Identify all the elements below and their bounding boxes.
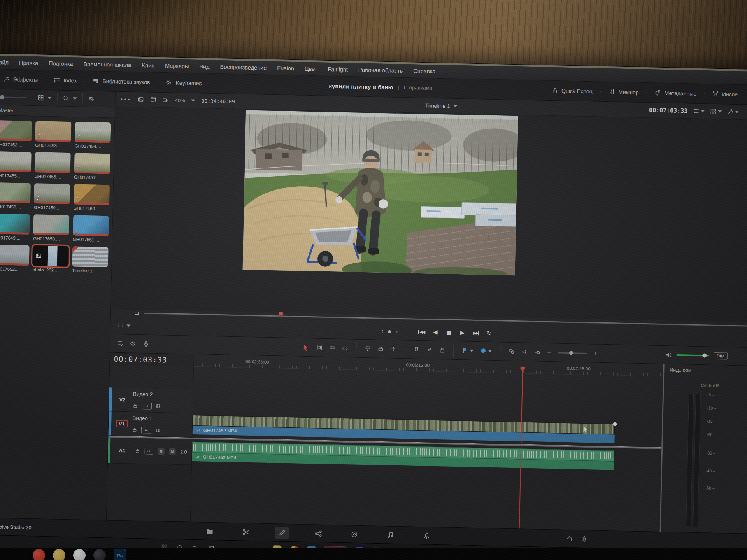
- media-clip[interactable]: ♪ GH017651....: [73, 215, 109, 242]
- loop-button[interactable]: ↻: [487, 330, 492, 337]
- timeline-selector[interactable]: Timeline 1: [425, 102, 457, 109]
- metadata-button[interactable]: Метаданные: [648, 89, 703, 97]
- chevron-down-icon[interactable]: [48, 97, 52, 99]
- media-clip[interactable]: ♪ GH017458....: [0, 182, 31, 210]
- thumbnail-size-slider[interactable]: [0, 96, 26, 98]
- replace-clip-icon[interactable]: [390, 346, 396, 352]
- menu-view[interactable]: Вид: [199, 63, 210, 70]
- media-clip[interactable]: ♪ GH017652....: [0, 245, 30, 272]
- grid-mode-dropdown[interactable]: [710, 108, 722, 115]
- media-page-button[interactable]: [202, 525, 217, 537]
- media-clip[interactable]: ♪ GH017456....: [35, 152, 71, 179]
- auto-select-icon[interactable]: ↔: [141, 427, 151, 434]
- auto-select-icon[interactable]: ↔: [142, 402, 152, 410]
- cut-page-button[interactable]: [238, 526, 253, 538]
- go-to-start-button[interactable]: ◀◀: [419, 329, 424, 334]
- quick-export-button[interactable]: Quick Export: [545, 88, 599, 95]
- lock-icon[interactable]: [132, 427, 137, 432]
- dual-view-icon[interactable]: [162, 97, 168, 103]
- track-v2-header[interactable]: V2 Видео 2 ↔: [109, 387, 193, 413]
- monitor-volume-slider[interactable]: [676, 354, 709, 357]
- auto-select-icon[interactable]: ↔: [144, 448, 153, 454]
- track-v1-name[interactable]: Видео 1: [132, 412, 193, 425]
- trim-edit-tool-icon[interactable]: [316, 344, 323, 350]
- transform-tool-dropdown[interactable]: [117, 322, 130, 329]
- track-v1-number[interactable]: V1: [111, 412, 133, 436]
- film-icon[interactable]: [156, 404, 161, 409]
- dock-app-icon[interactable]: [53, 549, 65, 560]
- lock-icon[interactable]: [135, 448, 140, 453]
- zoom-in-icon[interactable]: +: [593, 350, 598, 356]
- lock-icon[interactable]: [133, 403, 138, 408]
- menu-help[interactable]: Справка: [413, 68, 435, 75]
- jog-control[interactable]: ‹ ● ›: [381, 327, 398, 335]
- sound-library-button[interactable]: Библиотека звуков: [86, 78, 156, 86]
- menu-fairlight[interactable]: Fairlight: [328, 66, 348, 73]
- dock-browser-icon[interactable]: [33, 549, 45, 560]
- marker-dropdown[interactable]: [480, 348, 492, 354]
- media-clip[interactable]: GH017452....: [0, 120, 32, 147]
- dock-app-icon[interactable]: [73, 549, 86, 560]
- film-icon[interactable]: [155, 428, 160, 433]
- timeline-clip[interactable]: Timeline 1: [72, 246, 108, 273]
- effects-button[interactable]: Эффекты: [0, 76, 44, 83]
- viewer-playhead[interactable]: [281, 313, 281, 318]
- play-button[interactable]: ▶: [460, 329, 465, 336]
- flag-dropdown[interactable]: [462, 347, 473, 354]
- chevron-down-icon[interactable]: [191, 100, 195, 102]
- track-v1-header[interactable]: V1 Видео 1 ↔: [108, 411, 193, 438]
- mute-button[interactable]: M: [169, 448, 175, 455]
- fusion-page-button[interactable]: [311, 527, 326, 540]
- track-v2-name[interactable]: Видео 2: [133, 388, 193, 401]
- menu-file[interactable]: айл: [0, 59, 9, 66]
- dim-button[interactable]: DIM: [714, 352, 728, 360]
- filmstrip-view-icon[interactable]: [150, 96, 156, 103]
- menu-workspace[interactable]: Рабочая область: [358, 67, 403, 74]
- index-button[interactable]: Index: [47, 77, 83, 84]
- gear-icon[interactable]: [581, 536, 587, 542]
- media-clip[interactable]: ♪ GH017460....: [73, 184, 109, 211]
- razor-tool-icon[interactable]: [329, 345, 335, 351]
- media-clip[interactable]: ♪ GH017457....: [74, 153, 110, 180]
- zoom-custom-icon[interactable]: [534, 349, 540, 355]
- menu-timeline[interactable]: Временная шкала: [83, 61, 131, 68]
- video-frame[interactable]: [243, 110, 518, 276]
- menu-edit[interactable]: Правка: [19, 60, 38, 66]
- zoom-full-extent-icon[interactable]: [509, 348, 515, 355]
- insert-clip-icon[interactable]: [365, 345, 371, 352]
- mixer-button[interactable]: Микшер: [602, 89, 645, 96]
- menu-fusion[interactable]: Fusion: [277, 65, 294, 72]
- zoom-out-icon[interactable]: −: [547, 349, 551, 355]
- dock-app-icon[interactable]: [93, 549, 106, 560]
- track-v2-number[interactable]: V2: [112, 388, 133, 412]
- media-clip[interactable]: ♪ GH017454....: [75, 122, 111, 149]
- color-page-button[interactable]: [347, 528, 362, 541]
- position-lock-icon[interactable]: [439, 347, 445, 353]
- zoom-detail-icon[interactable]: [521, 349, 528, 355]
- viewer-zoom-level[interactable]: 40%: [175, 97, 185, 103]
- snapping-magnet-icon[interactable]: [413, 346, 419, 353]
- play-reverse-button[interactable]: ◀: [433, 329, 438, 336]
- search-icon[interactable]: [63, 95, 69, 102]
- media-clip[interactable]: ♪ GH017649....: [0, 214, 30, 241]
- timeline-view-options-icon[interactable]: [117, 340, 123, 346]
- chevron-down-icon[interactable]: [73, 97, 77, 100]
- stop-button[interactable]: ■: [446, 329, 452, 336]
- timeline-zoom-slider[interactable]: [558, 352, 587, 354]
- track-a1-header[interactable]: A1 ↔ S M 2.0: [108, 438, 192, 465]
- menu-color[interactable]: Цвет: [305, 66, 317, 72]
- deliver-page-button[interactable]: [419, 530, 434, 542]
- media-clip-selected[interactable]: photo_202...: [33, 245, 69, 273]
- enhance-mode-dropdown[interactable]: [727, 108, 739, 115]
- sort-icon[interactable]: [88, 96, 94, 102]
- grid-view-icon[interactable]: [37, 94, 44, 101]
- home-icon[interactable]: [566, 536, 573, 542]
- edit-point-tool-icon[interactable]: ‹|›: [342, 345, 348, 351]
- edit-page-button[interactable]: [275, 527, 289, 539]
- speaker-icon[interactable]: [665, 352, 672, 358]
- media-clip[interactable]: GH017650....: [33, 214, 69, 242]
- keyframe-diamonds-icon[interactable]: [130, 340, 136, 346]
- meter-panel-header[interactable]: Инд...орм: [670, 368, 691, 373]
- selection-tool-cursor-icon[interactable]: [302, 343, 310, 351]
- more-options-icon[interactable]: •••: [120, 96, 131, 102]
